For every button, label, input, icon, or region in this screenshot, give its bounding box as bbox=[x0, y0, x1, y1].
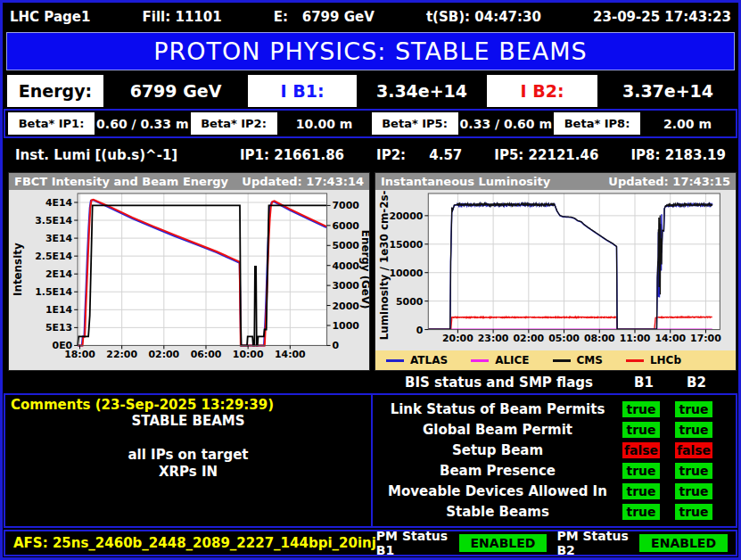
comment-line: XRPs IN bbox=[11, 464, 366, 481]
inst-lumi-values: IP1: 21661.86 IP2: 4.57 IP5: 22121.46 IP… bbox=[240, 147, 726, 163]
svg-text:1E14: 1E14 bbox=[45, 304, 73, 316]
bis-row-label: Beam Presence bbox=[373, 463, 622, 479]
svg-text:1000: 1000 bbox=[333, 320, 360, 332]
beta-ip1-label: Beta* IP1: bbox=[8, 112, 95, 135]
alice-line-swatch bbox=[471, 359, 489, 362]
bis-row-label: Setup Beam bbox=[373, 442, 622, 458]
fbct-panel-title: FBCT Intensity and Beam Energy bbox=[14, 175, 228, 188]
bis-flag-b2: true bbox=[675, 483, 712, 499]
bis-row-label: Stable Beams bbox=[373, 504, 622, 520]
svg-text:23:00: 23:00 bbox=[478, 333, 509, 344]
svg-text:0: 0 bbox=[416, 324, 424, 335]
svg-text:3.5E14: 3.5E14 bbox=[35, 215, 72, 226]
time-in-stable-beams: t(SB): 04:47:30 bbox=[426, 9, 541, 25]
svg-text:0: 0 bbox=[333, 340, 340, 351]
bis-flag-b2: true bbox=[675, 504, 712, 520]
svg-text:0E0: 0E0 bbox=[53, 340, 73, 351]
svg-text:1.5E14: 1.5E14 bbox=[35, 286, 72, 298]
legend-atlas-label: ATLAS bbox=[410, 354, 448, 366]
lumi-ip8-value: 2183.19 bbox=[665, 147, 726, 163]
beta-star-row: Beta* IP1: 0.60 / 0.33 m Beta* IP2: 10.0… bbox=[4, 109, 737, 138]
beta-ip2-value: 10.00 m bbox=[279, 112, 370, 135]
bis-header-row: BIS status and SMP flags B1 B2 bbox=[3, 373, 738, 392]
bis-flag-b2: true bbox=[675, 422, 712, 438]
bis-flags-box: Link Status of Beam Permits true true Gl… bbox=[373, 393, 737, 528]
top-status-bar: LHC Page1 Fill: 11101 E: 6799 GeV t(SB):… bbox=[3, 3, 738, 30]
svg-text:22:00: 22:00 bbox=[106, 349, 137, 360]
bis-header-title: BIS status and SMP flags bbox=[373, 375, 625, 391]
comment-line bbox=[11, 430, 366, 447]
pm-b2-status: ENABLED bbox=[639, 534, 728, 552]
charts-region: FBCT Intensity and Beam Energy Updated: … bbox=[3, 172, 738, 371]
legend-alice-label: ALICE bbox=[495, 354, 529, 366]
svg-text:4E14: 4E14 bbox=[45, 197, 73, 209]
svg-text:06:00: 06:00 bbox=[191, 349, 222, 360]
bis-row-setup-beam: Setup Beam false false bbox=[373, 442, 736, 458]
datetime: 23-09-25 17:43:23 bbox=[593, 9, 731, 25]
fbct-panel-updated: Updated: 17:43:14 bbox=[242, 175, 364, 188]
svg-text:14:00: 14:00 bbox=[655, 333, 686, 344]
lhcb-line-swatch bbox=[626, 359, 644, 362]
lumi-ip5: IP5: 22121.46 bbox=[494, 147, 598, 163]
lumi-ip1: IP1: 21661.86 bbox=[240, 147, 344, 163]
bis-row-label: Moveable Devices Allowed In bbox=[373, 483, 622, 499]
lumi-panel-updated: Updated: 17:43:15 bbox=[608, 175, 730, 188]
comments-title: Comments (23-Sep-2025 13:29:39) bbox=[11, 397, 366, 413]
intensity-b1-label: I B1: bbox=[248, 75, 357, 107]
fbct-panel-titlebar: FBCT Intensity and Beam Energy Updated: … bbox=[9, 173, 369, 190]
inst-lumi-label: Inst. Lumi [(ub.s)^-1] bbox=[15, 147, 240, 163]
legend-atlas: ATLAS bbox=[386, 354, 448, 366]
svg-text:14:00: 14:00 bbox=[275, 349, 306, 360]
beta-ip5-label: Beta* IP5: bbox=[372, 112, 458, 135]
svg-text:7000: 7000 bbox=[333, 200, 360, 211]
bis-row-beam-presence: Beam Presence true true bbox=[373, 463, 736, 479]
comment-line: STABLE BEAMS bbox=[11, 413, 366, 430]
bis-col-b1: B1 bbox=[625, 375, 663, 391]
bis-row-stable-beams: Stable Beams true true bbox=[373, 504, 736, 520]
beta-ip5-value: 0.33 / 0.60 m bbox=[460, 112, 552, 135]
bis-flag-b2: true bbox=[675, 463, 712, 479]
svg-text:10:00: 10:00 bbox=[233, 349, 264, 360]
beam-energy: E: 6799 GeV bbox=[274, 9, 375, 25]
lumi-ip2: IP2: 4.57 bbox=[376, 147, 462, 163]
svg-text:3E14: 3E14 bbox=[45, 233, 73, 244]
mode-banner: PROTON PHYSICS: STABLE BEAMS bbox=[6, 32, 735, 70]
svg-text:2E14: 2E14 bbox=[45, 268, 73, 280]
luminosity-chart: 20:0023:0002:0005:0008:0011:0014:0017:00… bbox=[375, 190, 736, 350]
comments-box: Comments (23-Sep-2025 13:29:39) STABLE B… bbox=[4, 393, 373, 528]
fbct-intensity-panel: FBCT Intensity and Beam Energy Updated: … bbox=[8, 172, 370, 371]
fill-number: Fill: 11101 bbox=[143, 9, 222, 25]
page-title: LHC Page1 bbox=[10, 9, 90, 25]
intensity-b1-value: 3.34e+14 bbox=[361, 75, 482, 107]
svg-text:Intensity: Intensity bbox=[12, 243, 24, 296]
pm-b1-label: PM Status B1 bbox=[376, 529, 449, 557]
lhc-page1-display: LHC Page1 Fill: 11101 E: 6799 GeV t(SB):… bbox=[0, 0, 741, 560]
afs-scheme: AFS: 25ns_2460b_2448_2089_2227_144bpi_20… bbox=[13, 535, 376, 551]
svg-text:17:00: 17:00 bbox=[690, 333, 721, 344]
bis-row-global-permit: Global Beam Permit true true bbox=[373, 422, 736, 438]
intensity-b2-value: 3.37e+14 bbox=[602, 75, 734, 107]
energy-value: 6799 GeV bbox=[108, 75, 243, 107]
svg-text:20:00: 20:00 bbox=[442, 333, 473, 344]
bis-flag-b2: false bbox=[675, 442, 712, 458]
svg-text:05:00: 05:00 bbox=[548, 333, 580, 344]
lumi-ip1-label: IP1: bbox=[240, 147, 269, 163]
svg-text:2000: 2000 bbox=[333, 300, 360, 311]
svg-text:Luminosity / 1e30 cm-2s-1: Luminosity / 1e30 cm-2s-1 bbox=[378, 190, 391, 340]
bis-flag-b1: true bbox=[622, 401, 660, 417]
bis-flag-b1: true bbox=[622, 483, 660, 499]
intensity-b2-label: I B2: bbox=[487, 75, 597, 107]
legend-lhcb: LHCb bbox=[626, 354, 681, 366]
bottom-region: Comments (23-Sep-2025 13:29:39) STABLE B… bbox=[4, 393, 737, 528]
svg-text:5000: 5000 bbox=[333, 240, 360, 251]
pm-b2-label: PM Status B2 bbox=[556, 529, 630, 557]
legend-cms: CMS bbox=[553, 354, 603, 366]
lumi-ip2-label: IP2: bbox=[376, 147, 406, 163]
pm-b1-status: ENABLED bbox=[459, 534, 548, 552]
bis-flag-b2: true bbox=[675, 401, 712, 417]
bis-flag-b1: true bbox=[622, 422, 660, 438]
bis-row-label: Link Status of Beam Permits bbox=[373, 401, 622, 417]
svg-text:08:00: 08:00 bbox=[584, 333, 615, 344]
atlas-line-swatch bbox=[386, 359, 404, 362]
lumi-panel-titlebar: Instantaneous Luminosity Updated: 17:43:… bbox=[375, 173, 736, 190]
